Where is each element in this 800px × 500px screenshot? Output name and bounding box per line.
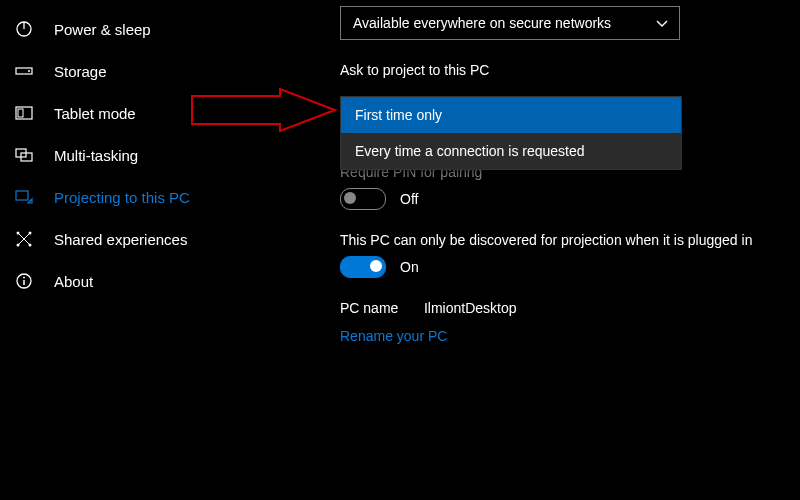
tablet-icon (14, 103, 34, 123)
option-first-time-only[interactable]: First time only (341, 97, 681, 133)
sidebar-item-label: About (54, 273, 93, 290)
dropdown-selected-label: Available everywhere on secure networks (353, 15, 611, 31)
toggle-state-label: Off (400, 191, 418, 207)
rename-pc-link[interactable]: Rename your PC (340, 328, 800, 344)
sidebar-item-power-sleep[interactable]: Power & sleep (0, 8, 265, 50)
svg-point-15 (23, 277, 25, 279)
project-icon (14, 187, 34, 207)
chevron-down-icon (655, 17, 669, 31)
sidebar-item-label: Storage (54, 63, 107, 80)
sidebar-item-shared-experiences[interactable]: Shared experiences (0, 218, 265, 260)
sidebar-item-storage[interactable]: Storage (0, 50, 265, 92)
sidebar-item-label: Tablet mode (54, 105, 136, 122)
sidebar-item-multitasking[interactable]: Multi-tasking (0, 134, 265, 176)
sidebar-item-tablet-mode[interactable]: Tablet mode (0, 92, 265, 134)
sidebar-item-label: Power & sleep (54, 21, 151, 38)
toggle-state-label: On (400, 259, 419, 275)
require-pin-toggle[interactable] (340, 188, 386, 210)
pcname-value: IlmiontDesktop (424, 300, 517, 316)
require-pin-toggle-row: Off (340, 188, 800, 210)
sidebar-item-label: Projecting to this PC (54, 189, 190, 206)
sidebar-item-about[interactable]: About (0, 260, 265, 302)
option-every-time[interactable]: Every time a connection is requested (341, 133, 681, 169)
settings-window: Power & sleep Storage Tablet mode Multi-… (0, 0, 800, 500)
main-panel: Available everywhere on secure networks … (265, 0, 800, 500)
ask-to-project-label: Ask to project to this PC (340, 62, 800, 78)
svg-rect-8 (16, 191, 28, 200)
option-label: Every time a connection is requested (355, 143, 585, 159)
ask-to-project-dropdown-open[interactable]: First time only Every time a connection … (340, 96, 682, 170)
sidebar-item-label: Multi-tasking (54, 147, 138, 164)
discover-toggle-row: On (340, 256, 800, 278)
storage-icon (14, 61, 34, 81)
sidebar: Power & sleep Storage Tablet mode Multi-… (0, 0, 265, 500)
multitask-icon (14, 145, 34, 165)
sidebar-item-label: Shared experiences (54, 231, 187, 248)
power-icon (14, 19, 34, 39)
sidebar-item-projecting[interactable]: Projecting to this PC (0, 176, 265, 218)
option-label: First time only (355, 107, 442, 123)
discover-label: This PC can only be discovered for proje… (340, 232, 800, 248)
discover-toggle[interactable] (340, 256, 386, 278)
shared-icon (14, 229, 34, 249)
availability-dropdown[interactable]: Available everywhere on secure networks (340, 6, 680, 40)
svg-point-3 (28, 70, 30, 72)
pcname-row: PC name IlmiontDesktop (340, 300, 800, 316)
svg-rect-5 (18, 109, 23, 117)
pcname-key: PC name (340, 300, 420, 316)
about-icon (14, 271, 34, 291)
